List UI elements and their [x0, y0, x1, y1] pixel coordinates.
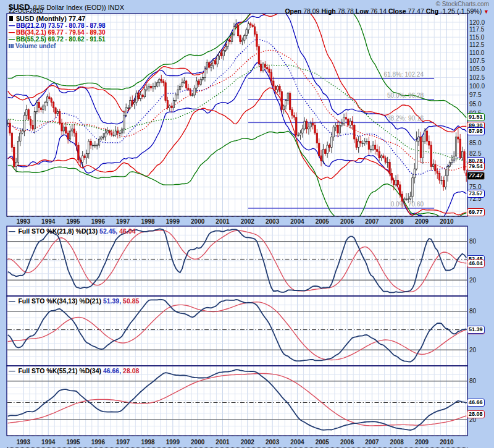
close-value: 77.47	[408, 7, 424, 15]
legend-bb1: —BB(21,2.0) 73.57 - 80.78 - 87.98	[9, 22, 106, 29]
stochastic-legend-1: — Full STO %K(21,8) %D(13) 52.45, 46.04	[9, 228, 136, 235]
chart-style-icon	[9, 16, 14, 21]
legend-title: $USD (Monthly) 77.47	[16, 15, 85, 22]
high-value: 78.78	[338, 7, 354, 15]
line-swatch-icon: —	[9, 297, 15, 305]
change-down-icon: ▼	[484, 9, 489, 15]
legend-title-row: $USD (Monthly) 77.47	[9, 15, 106, 22]
chart-date: 22-Oct-2010	[9, 7, 43, 14]
stochastic-legend-2: — Full STO %K(34,13) %D(21) 51.39, 50.85	[9, 298, 139, 305]
line-swatch-icon: —	[9, 22, 15, 29]
main-legend: $USD (Monthly) 77.47 —BB(21,2.0) 73.57 -…	[9, 15, 106, 49]
line-swatch-icon: —	[9, 29, 15, 36]
chg-value: -1.25 (-1.59%)	[440, 7, 482, 15]
chg-label: Chg	[426, 7, 438, 15]
close-label: Close	[388, 7, 406, 15]
stoch-d-value: 28.08	[123, 367, 139, 374]
legend-volume: Volume undef	[9, 43, 106, 49]
stoch-name: Full STO %K(55,21) %D(34)	[18, 367, 101, 374]
stoch-name: Full STO %K(34,13) %D(21)	[18, 297, 101, 305]
volume-bars-icon	[9, 44, 14, 48]
low-label: Low	[356, 7, 369, 15]
stockcharts-chart: $USD (US Dollar Index (EOD)) INDX 22-Oct…	[0, 0, 494, 448]
stoch-k-value: 52.45,	[99, 227, 117, 235]
stoch-k-value: 51.39,	[103, 297, 121, 305]
stoch-name: Full STO %K(21,8) %D(13)	[18, 227, 98, 235]
stoch-d-value: 50.85	[123, 297, 139, 305]
stoch-d-value: 46.04	[119, 227, 135, 235]
high-label: High	[321, 7, 335, 15]
symbol-description: (US Dollar Index (EOD)) INDX	[33, 4, 124, 11]
line-swatch-icon: —	[9, 227, 15, 235]
quote-line: Open 78.09 High 78.78 Low 76.14 Close 77…	[285, 7, 489, 15]
stockcharts-credit[interactable]: © StockCharts.com	[436, 1, 489, 7]
line-swatch-icon: —	[9, 367, 15, 374]
legend-bb3: —BB(55,2.5) 69.72 - 80.62 - 91.51	[9, 36, 106, 43]
open-value: 78.09	[303, 7, 319, 15]
stoch-k-value: 46.66,	[103, 367, 121, 374]
open-label: Open	[285, 7, 301, 15]
chart-canvas	[0, 0, 494, 448]
low-value: 76.14	[371, 7, 387, 15]
stochastic-legend-3: — Full STO %K(55,21) %D(34) 46.66, 28.08	[9, 368, 139, 374]
legend-bb2: —BB(34,2.1) 69.77 - 79.54 - 89.30	[9, 29, 106, 36]
line-swatch-icon: —	[9, 36, 15, 43]
